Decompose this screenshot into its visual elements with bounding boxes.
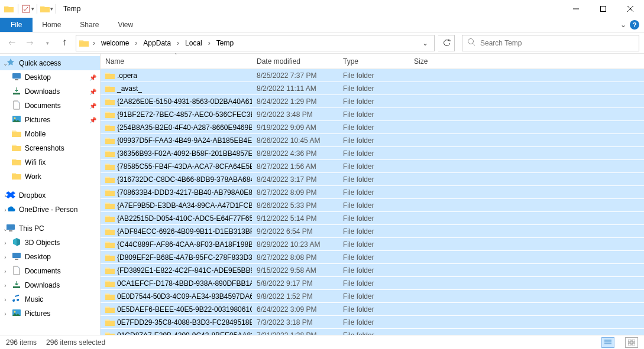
file-type: File folder — [338, 123, 409, 132]
nav-forward-button[interactable]: 🡒 — [22, 36, 37, 50]
collapse-icon[interactable]: ⌄ — [2, 226, 8, 232]
documents-icon — [12, 100, 21, 112]
breadcrumb[interactable]: Local — [183, 38, 205, 48]
file-type: File folder — [338, 97, 409, 106]
table-row[interactable]: {254B8A35-B2E0-4F40-A287-8660E9469B0...9… — [101, 121, 644, 134]
table-row[interactable]: {AB22515D-D054-410C-ADC5-E64F77F65...9/1… — [101, 212, 644, 225]
sidebar[interactable]: ⌄ Quick access Desktop📌Downloads📌Documen… — [0, 54, 101, 335]
sidebar-item-label: Pictures — [25, 116, 50, 124]
tab-home[interactable]: Home — [33, 18, 70, 32]
collapse-icon[interactable]: ⌄ — [2, 60, 8, 67]
table-row[interactable]: 0CA1EFCF-D178-4BBD-938A-890DFBB1A...5/8/… — [101, 277, 644, 290]
chevron-right-icon[interactable]: › — [176, 39, 180, 47]
refresh-button[interactable] — [438, 35, 455, 51]
file-type: File folder — [338, 201, 409, 210]
sidebar-item[interactable]: Work — [0, 169, 100, 184]
table-row[interactable]: {36356B93-F02A-4092-B58F-201BB4857E6...8… — [101, 147, 644, 160]
sidebar-item-label: Desktop — [25, 73, 51, 81]
breadcrumb[interactable]: Temp — [214, 38, 236, 48]
table-row[interactable]: {09937D5F-FAA3-4B49-9A24-AB185EB4E0...8/… — [101, 134, 644, 147]
search-box[interactable] — [462, 35, 639, 51]
chevron-right-icon[interactable]: › — [92, 39, 96, 47]
file-type: File folder — [338, 162, 409, 171]
file-date: 8/27/2022 1:56 AM — [252, 162, 338, 171]
desktop-icon — [12, 72, 21, 83]
sidebar-item[interactable]: ›Downloads — [0, 278, 100, 292]
qat-chevron-icon[interactable]: ▾ — [31, 6, 34, 12]
table-row[interactable]: {FD3892E1-E822-4C2F-841C-ADE9E5BB9...9/1… — [101, 264, 644, 277]
column-name[interactable]: Name ˄ — [101, 54, 252, 69]
tab-share[interactable]: Share — [70, 18, 108, 32]
column-date[interactable]: Date modified — [252, 54, 338, 69]
sidebar-item[interactable]: ›Desktop — [0, 250, 100, 264]
sidebar-item[interactable]: Wifi fix — [0, 155, 100, 169]
table-row[interactable]: {ADF84ECC-6926-4B09-9B11-D1EB313BF...9/2… — [101, 225, 644, 238]
help-icon[interactable]: ? — [630, 20, 639, 30]
chevron-right-icon[interactable]: › — [207, 39, 212, 47]
expand-icon[interactable]: › — [2, 268, 8, 275]
chevron-right-icon[interactable]: › — [134, 39, 138, 47]
table-row[interactable]: 01CD87A7-E29B-4209-9C42-8BEE05AA82547/21… — [101, 329, 644, 335]
sidebar-item[interactable]: ›OneDrive - Person — [0, 203, 100, 217]
sidebar-quick-access[interactable]: ⌄ Quick access — [0, 56, 100, 70]
file-date: 7/3/2022 3:18 PM — [252, 318, 338, 327]
nav-up-button[interactable]: 🡑 — [58, 36, 72, 50]
address-bar[interactable]: › welcome › AppData › Local › Temp ⌄ — [76, 35, 435, 51]
address-dropdown-icon[interactable]: ⌄ — [419, 39, 432, 47]
nav-back-button[interactable]: 🡐 — [5, 36, 19, 50]
table-row[interactable]: 0E0D7544-50D3-4C09-AE34-83B4597DA6E59/8/… — [101, 290, 644, 303]
table-row[interactable]: {C44C889F-AF86-4CAA-8F03-BA18F198B...8/2… — [101, 238, 644, 251]
expand-icon[interactable]: › — [2, 207, 8, 213]
expand-icon[interactable]: › — [2, 282, 8, 289]
breadcrumb[interactable]: welcome — [99, 38, 131, 48]
table-row[interactable]: _avast_8/2/2022 11:11 AMFile folder — [101, 82, 644, 95]
expand-icon[interactable]: › — [2, 296, 8, 303]
table-row[interactable]: {D809EF2F-B68E-4A7B-95FC-278F833D34...8/… — [101, 251, 644, 264]
ribbon-expand-icon[interactable]: ⌄ — [620, 21, 626, 29]
sidebar-item[interactable]: ›Music — [0, 292, 100, 306]
pin-icon: 📌 — [89, 103, 96, 109]
view-thumbnails-button[interactable] — [625, 337, 638, 348]
sidebar-this-pc[interactable]: ⌄ This PC — [0, 221, 100, 236]
file-type: File folder — [338, 71, 409, 80]
svg-line-6 — [473, 44, 475, 46]
sidebar-item[interactable]: Downloads📌 — [0, 84, 100, 99]
column-size[interactable]: Size — [409, 54, 451, 69]
sidebar-item[interactable]: Documents📌 — [0, 99, 100, 113]
table-row[interactable]: {316732DC-C8DC-4B66-8DB9-378ABA684...8/2… — [101, 173, 644, 186]
sidebar-item[interactable]: ›Documents — [0, 264, 100, 278]
sidebar-item[interactable]: Pictures📌 — [0, 113, 100, 127]
sidebar-item[interactable]: ›Dropbox — [0, 188, 100, 203]
expand-icon[interactable]: › — [2, 193, 8, 199]
minimize-button[interactable] — [562, 0, 590, 18]
expand-icon[interactable]: › — [2, 240, 8, 246]
tab-file[interactable]: File — [0, 18, 33, 32]
column-type[interactable]: Type — [338, 54, 409, 69]
table-row[interactable]: {2A826E0E-5150-4931-8563-0D2BA40A61...8/… — [101, 95, 644, 108]
sidebar-item[interactable]: ›Pictures — [0, 306, 100, 321]
qat-chevron-icon[interactable]: ▾ — [50, 6, 53, 12]
view-details-button[interactable] — [601, 337, 614, 348]
table-row[interactable]: {A7EF9B5D-E3DB-4A34-89CA-A47D1FCB...8/26… — [101, 199, 644, 212]
sidebar-item[interactable]: Desktop📌 — [0, 70, 100, 84]
table-row[interactable]: 0E5DAEF6-BEEE-40E5-9B22-003198061C036/24… — [101, 303, 644, 316]
search-input[interactable] — [480, 39, 634, 47]
sidebar-item[interactable]: ›3D Objects — [0, 236, 100, 250]
folder-icon — [105, 266, 115, 275]
expand-icon[interactable]: › — [2, 254, 8, 260]
expand-icon[interactable]: › — [2, 311, 8, 317]
table-row[interactable]: 0E7FDD29-35C8-4088-B3D3-FC2849518B047/3/… — [101, 316, 644, 329]
maximize-button[interactable] — [590, 0, 617, 18]
qat-properties-icon[interactable] — [21, 4, 31, 14]
sidebar-item[interactable]: Mobile — [0, 127, 100, 141]
table-row[interactable]: .opera8/25/2022 7:37 PMFile folder — [101, 69, 644, 82]
table-row[interactable]: {91BF2E72-7BEC-4857-AEC0-536CFEC3EB...9/… — [101, 108, 644, 121]
table-row[interactable]: {78585C55-FB4F-43DA-ACA7-8CFA64E5B...8/2… — [101, 160, 644, 173]
nav-recent-chevron-icon[interactable]: ▾ — [40, 36, 54, 50]
sidebar-item[interactable]: Screenshots — [0, 141, 100, 155]
close-button[interactable] — [617, 0, 644, 18]
tab-view[interactable]: View — [108, 18, 143, 32]
table-row[interactable]: {708633B4-DDD3-4217-BB40-AB798A0E8...8/2… — [101, 186, 644, 199]
file-date: 6/24/2022 3:09 PM — [252, 305, 338, 314]
breadcrumb[interactable]: AppData — [141, 38, 173, 48]
